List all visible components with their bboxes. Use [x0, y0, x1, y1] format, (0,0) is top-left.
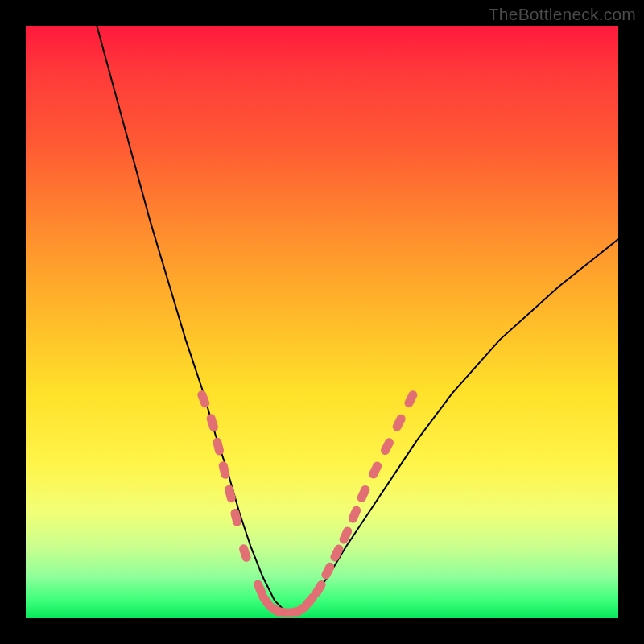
curve-marker	[347, 505, 362, 525]
curve-marker	[403, 389, 419, 409]
curve-marker	[212, 437, 225, 456]
curve-marker	[224, 484, 237, 503]
curve-layer	[26, 26, 618, 618]
plot-area	[26, 26, 618, 618]
highlighted-points	[196, 389, 419, 617]
curve-marker	[356, 484, 371, 504]
bottleneck-curve-path	[97, 26, 618, 613]
curve-marker	[229, 508, 242, 527]
curve-marker	[379, 436, 395, 456]
curve-marker	[391, 413, 407, 433]
curve-marker	[218, 460, 231, 480]
curve-marker	[367, 460, 383, 481]
curve-marker	[196, 389, 211, 408]
bottleneck-curve	[97, 26, 618, 613]
curve-marker	[320, 561, 336, 581]
chart-frame: TheBottleneck.com	[0, 0, 644, 644]
curve-marker	[205, 413, 219, 432]
curve-marker	[338, 526, 353, 546]
watermark-text: TheBottleneck.com	[489, 5, 636, 24]
